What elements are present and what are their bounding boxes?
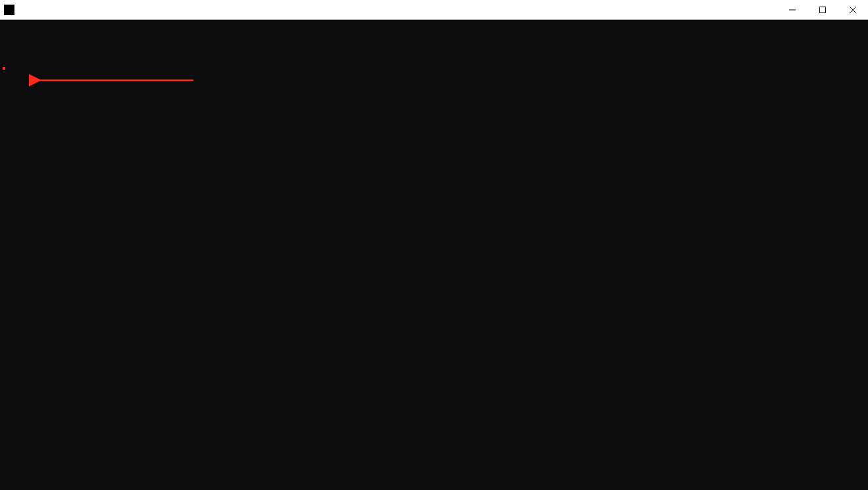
arrow-annotation bbox=[29, 67, 200, 93]
svg-rect-1 bbox=[820, 7, 826, 12]
terminal-window bbox=[0, 0, 868, 490]
window-controls bbox=[777, 0, 868, 19]
terminal-area[interactable] bbox=[0, 20, 868, 490]
titlebar[interactable] bbox=[0, 0, 868, 20]
titlebar-left bbox=[4, 5, 18, 15]
minimize-button[interactable] bbox=[777, 0, 808, 19]
maximize-button[interactable] bbox=[808, 0, 838, 19]
cmd-icon bbox=[4, 5, 14, 15]
close-button[interactable] bbox=[838, 0, 868, 19]
highlight-box-annotation bbox=[3, 67, 5, 70]
